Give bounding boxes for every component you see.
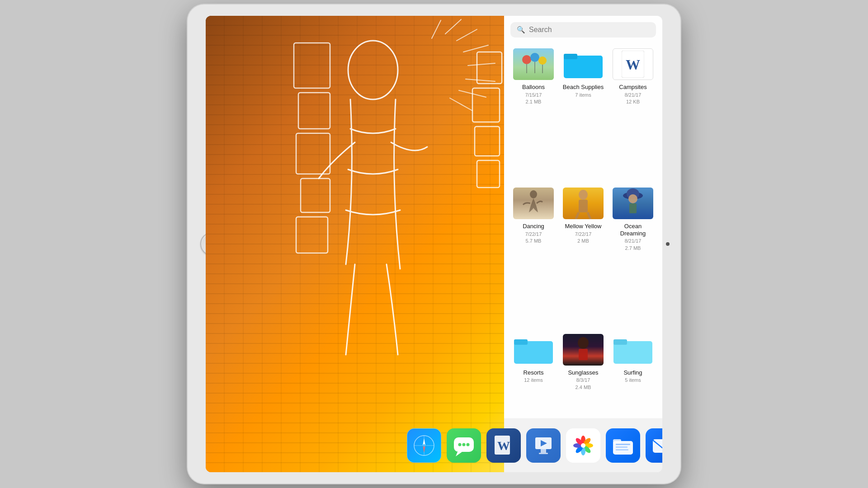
svg-line-11 [445,19,461,34]
file-thumbnail [563,334,604,366]
dock-item-safari[interactable] [407,428,441,463]
svg-rect-55 [541,449,546,453]
dock-item-word[interactable]: W [486,428,521,463]
svg-rect-1 [294,43,330,88]
file-name: Balloons [522,84,545,91]
file-thumbnail [513,188,554,219]
dock-item-messages[interactable] [447,428,481,463]
svg-point-38 [578,337,589,349]
svg-text:W: W [626,56,640,73]
svg-rect-8 [475,127,500,156]
svg-rect-2 [298,93,330,129]
file-meta: 8/21/172.7 MB [625,238,642,252]
list-item[interactable]: Ocean Dreaming 8/21/172.7 MB [610,184,656,327]
file-meta: 7/22/175.7 MB [525,231,542,245]
file-meta: 5 items [625,377,641,384]
file-thumbnail [613,188,653,219]
file-meta: 7 items [575,92,591,99]
svg-point-20 [538,56,547,65]
file-thumbnail [563,48,604,80]
svg-rect-56 [539,453,548,454]
svg-line-17 [450,98,472,111]
svg-line-13 [463,45,488,52]
svg-line-15 [466,79,495,81]
svg-point-66 [581,443,585,448]
svg-rect-9 [477,160,500,188]
file-name: Sunglasses [568,369,598,376]
file-name: Ocean Dreaming [612,223,654,237]
svg-point-50 [462,443,466,446]
file-meta: 8/3/172.4 MB [576,377,591,391]
svg-point-51 [467,443,470,446]
list-item[interactable]: Balloons 7/15/172.1 MB [510,45,557,180]
file-thumbnail [513,48,554,80]
screen: 🔍 [206,16,662,472]
file-name: Mellow Yellow [565,223,602,230]
svg-rect-4 [301,178,330,212]
file-name: Resorts [524,369,544,376]
svg-marker-48 [456,452,462,456]
svg-point-18 [522,55,531,64]
svg-rect-31 [579,200,588,212]
file-name: Campsites [619,84,646,91]
file-name: Surfing [623,369,642,376]
side-dot [666,242,670,246]
svg-rect-69 [616,444,630,445]
file-meta: 7/22/172 MB [575,231,592,245]
svg-point-0 [348,41,398,99]
svg-rect-7 [472,88,500,122]
svg-line-12 [457,29,477,41]
svg-rect-39 [579,349,588,360]
svg-rect-5 [296,217,328,253]
dock-item-mail[interactable] [646,428,662,463]
dock: W [504,418,662,472]
list-item[interactable]: Dancing 7/22/175.7 MB [510,184,557,327]
file-meta: 8/21/1712 KB [625,92,642,106]
search-input[interactable] [529,26,650,34]
file-meta: 7/15/172.1 MB [525,92,542,106]
photo-area [206,16,504,472]
dock-item-keynote[interactable] [526,428,561,463]
svg-point-19 [530,53,539,62]
file-name: Dancing [523,223,544,230]
file-thumbnail: W [613,48,653,80]
svg-rect-6 [477,52,502,84]
search-icon: 🔍 [517,26,525,34]
svg-rect-41 [613,339,627,345]
search-bar[interactable]: 🔍 [510,22,656,38]
svg-point-29 [530,190,537,198]
dock-item-photos[interactable] [566,428,600,463]
list-item[interactable]: Beach Supplies 7 items [560,45,606,180]
svg-point-30 [579,190,588,200]
svg-rect-68 [613,439,621,444]
file-thumbnail [613,334,653,366]
file-name: Beach Supplies [563,84,604,91]
svg-line-14 [468,63,495,66]
file-thumbnail [513,334,554,366]
list-item[interactable]: Mellow Yellow 7/22/172 MB [560,184,606,327]
svg-rect-37 [514,339,528,345]
svg-rect-70 [616,446,627,448]
file-meta: 12 items [524,377,543,384]
file-thumbnail [563,188,604,219]
dock-item-files[interactable] [606,428,640,463]
svg-rect-35 [629,203,637,213]
svg-rect-25 [564,54,577,59]
svg-point-49 [458,443,462,446]
list-item[interactable]: W Campsites 8/21/1712 KB [610,45,656,180]
ipad-frame: 🔍 [188,5,680,483]
files-grid: Balloons 7/15/172.1 MB Beach Supplies [510,45,656,466]
svg-line-10 [432,20,441,38]
svg-text:W: W [497,439,510,453]
svg-rect-3 [296,133,330,174]
files-panel: 🔍 [504,16,662,472]
svg-point-34 [628,194,637,203]
svg-rect-71 [616,449,628,450]
